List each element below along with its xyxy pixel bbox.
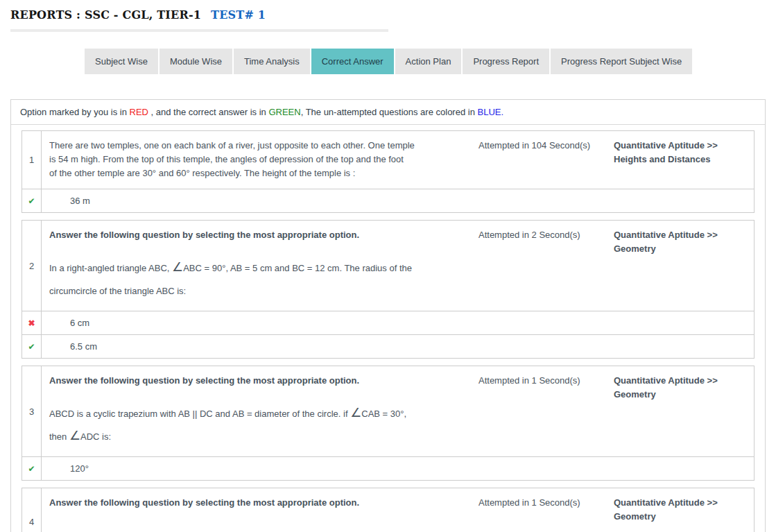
tab-time-analysis[interactable]: Time Analysis	[234, 49, 310, 74]
question-main: Answer the following question by selecti…	[42, 366, 754, 456]
legend-text: Option marked by you is in RED , and the…	[11, 100, 765, 125]
answer-icon-cell: ✔	[22, 457, 42, 480]
question-row: 2Answer the following question by select…	[22, 221, 754, 311]
answer-icon-cell: ✖	[22, 311, 42, 334]
attempted-time: Attempted in 1 Second(s)	[478, 374, 614, 448]
question-row: 1There are two temples, one on each bank…	[22, 131, 754, 189]
category-line1: Quantitative Aptitude >>	[614, 496, 747, 510]
question-line: The diagonals AC and BD of a cyclic quad…	[49, 524, 471, 532]
legend-blue: BLUE.	[478, 107, 504, 117]
legend-segment: , The un-attempted questions are colored…	[301, 107, 478, 117]
angle-symbol: ∠	[172, 260, 183, 274]
legend-segment: Option marked by you is in	[20, 107, 130, 117]
question-intro: Answer the following question by selecti…	[49, 496, 471, 509]
category-line1: Quantitative Aptitude >>	[614, 139, 747, 153]
correct-icon: ✔	[28, 342, 35, 352]
answer-row: ✔6.5 cm	[22, 334, 754, 358]
question-line: There are two temples, one on each bank …	[49, 139, 471, 153]
question-intro: Answer the following question by selecti…	[49, 374, 471, 387]
tab-module-wise[interactable]: Module Wise	[159, 49, 232, 74]
category: Quantitative Aptitude >>Geometry	[614, 374, 747, 448]
question-text: Answer the following question by selecti…	[49, 374, 471, 448]
question-card: 1There are two temples, one on each bank…	[21, 130, 755, 213]
category-line2: Geometry	[614, 510, 747, 524]
question-line: ABCD is a cyclic trapezium with AB || DC…	[49, 402, 471, 425]
wrong-icon: ✖	[28, 318, 35, 328]
angle-symbol: ∠	[350, 406, 361, 420]
question-number: 2	[22, 221, 42, 311]
category-line1: Quantitative Aptitude >>	[614, 228, 747, 242]
question-number: 3	[22, 366, 42, 456]
category-line2: Geometry	[614, 388, 747, 402]
answer-text: 36 m	[42, 189, 90, 212]
tab-progress-report[interactable]: Progress Report	[463, 49, 549, 74]
question-line: circumcircle of the triangle ABC is:	[49, 280, 471, 302]
question-line: of the other temple are 30° and 60° resp…	[49, 166, 471, 180]
header-divider	[10, 29, 388, 32]
question-row: 3Answer the following question by select…	[22, 366, 754, 457]
answer-text: 120°	[42, 457, 89, 480]
question-card: 2Answer the following question by select…	[21, 220, 755, 359]
question-line: then ∠ADC is:	[49, 425, 471, 448]
test-link[interactable]: TEST# 1	[211, 8, 266, 22]
answer-text: 6.5 cm	[42, 335, 97, 358]
attempted-time: Attempted in 104 Second(s)	[478, 139, 614, 180]
category: Quantitative Aptitude >>Heights and Dist…	[614, 139, 747, 180]
answer-row: ✔120°	[22, 457, 754, 480]
question-text: There are two temples, one on each bank …	[49, 139, 471, 180]
attempted-time: Attempted in 1 Second(s)	[478, 496, 614, 532]
question-line: In a right-angled triangle ABC, ∠ABC = 9…	[49, 257, 471, 280]
question-list: 1There are two temples, one on each bank…	[11, 130, 765, 532]
answer-row: ✔36 m	[22, 189, 754, 212]
category: Quantitative Aptitude >>Geometry	[614, 496, 747, 532]
category-line2: Heights and Distances	[614, 153, 747, 166]
legend-red: RED	[130, 107, 148, 117]
category-line1: Quantitative Aptitude >>	[614, 374, 747, 388]
report-container: Option marked by you is in RED , and the…	[10, 99, 766, 532]
answer-text: 6 cm	[42, 311, 89, 334]
question-text: Answer the following question by selecti…	[49, 228, 471, 302]
tab-bar: Subject WiseModule WiseTime AnalysisCorr…	[85, 49, 776, 74]
question-main: Answer the following question by selecti…	[42, 221, 754, 311]
question-line: is 54 m high. From the top of this templ…	[49, 153, 471, 166]
attempted-time: Attempted in 2 Second(s)	[478, 228, 614, 302]
question-text: Answer the following question by selecti…	[49, 496, 471, 532]
question-card: 3Answer the following question by select…	[21, 366, 755, 481]
question-row: 4Answer the following question by select…	[22, 488, 754, 532]
correct-icon: ✔	[28, 196, 35, 206]
page-title: REPORTS : SSC - CGL, TIER-1TEST# 1	[10, 8, 776, 22]
question-intro: Answer the following question by selecti…	[49, 228, 471, 241]
answer-icon-cell: ✔	[22, 189, 42, 212]
question-number: 1	[22, 131, 42, 189]
question-number: 4	[22, 488, 42, 532]
tab-subject-wise[interactable]: Subject Wise	[85, 49, 158, 74]
answer-icon-cell: ✔	[22, 335, 42, 358]
tab-progress-report-subject-wise[interactable]: Progress Report Subject Wise	[551, 49, 692, 74]
question-main: Answer the following question by selecti…	[42, 488, 754, 532]
category-line2: Geometry	[614, 242, 747, 256]
correct-icon: ✔	[28, 464, 35, 474]
legend-green: GREEN	[268, 107, 300, 117]
reports-title: REPORTS : SSC - CGL, TIER-1	[10, 8, 201, 22]
category: Quantitative Aptitude >>Geometry	[614, 228, 747, 302]
question-main: There are two temples, one on each bank …	[42, 131, 754, 189]
legend-segment: , and the correct answer is in	[148, 107, 268, 117]
question-card: 4Answer the following question by select…	[21, 488, 755, 532]
tab-action-plan[interactable]: Action Plan	[395, 49, 462, 74]
answer-row: ✖6 cm	[22, 311, 754, 334]
angle-symbol: ∠	[69, 429, 80, 443]
tab-correct-answer[interactable]: Correct Answer	[311, 49, 394, 74]
